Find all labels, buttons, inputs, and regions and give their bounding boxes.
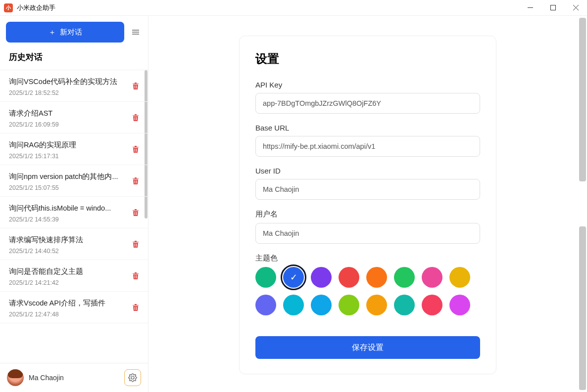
theme-color-grid: ✓ <box>255 267 473 315</box>
delete-history-button[interactable] <box>132 304 139 313</box>
history-item-time: 2025/1/2 16:09:59 <box>9 121 139 128</box>
history-item-time: 2025/1/2 18:52:52 <box>9 89 139 96</box>
minimize-icon <box>528 5 533 10</box>
history-item-title: 请求Vscode API介绍，写插件 <box>9 299 139 308</box>
svg-rect-11 <box>135 149 135 152</box>
settings-button[interactable] <box>124 369 141 386</box>
delete-history-button[interactable] <box>132 82 139 91</box>
theme-color-swatch[interactable] <box>339 267 359 288</box>
svg-rect-17 <box>135 244 135 247</box>
delete-history-button[interactable] <box>132 272 139 281</box>
history-item-title: 询问RAG的实现原理 <box>9 140 139 150</box>
history-header: 历史对话 <box>0 48 148 70</box>
theme-color-swatch[interactable] <box>394 295 415 315</box>
history-item-title: 请求编写快速排序算法 <box>9 235 139 245</box>
username-input[interactable] <box>255 223 480 244</box>
delete-history-button[interactable] <box>132 145 139 155</box>
theme-color-swatch[interactable] <box>311 267 332 288</box>
theme-color-swatch[interactable] <box>311 295 332 315</box>
svg-rect-7 <box>135 86 135 88</box>
trash-icon <box>132 145 139 153</box>
delete-history-button[interactable] <box>132 114 139 123</box>
svg-rect-21 <box>135 307 135 310</box>
theme-color-swatch[interactable] <box>422 267 442 288</box>
footer-username: Ma Chaojin <box>29 374 119 382</box>
api-key-label: API Key <box>255 81 480 89</box>
history-item[interactable]: 请求编写快速排序算法2025/1/2 14:40:52 <box>0 228 148 260</box>
save-settings-button[interactable]: 保存设置 <box>255 336 480 359</box>
scrollbar-thumb[interactable] <box>579 226 586 390</box>
history-item-title: 询问npm version patch的其他内... <box>9 172 139 181</box>
history-item-time: 2025/1/2 14:40:52 <box>9 248 139 255</box>
history-list[interactable]: 询问VSCode代码补全的实现方法2025/1/2 18:52:52请求介绍AS… <box>0 70 148 363</box>
theme-color-swatch[interactable] <box>394 267 415 288</box>
username-label: 用户名 <box>255 210 480 219</box>
theme-color-swatch[interactable] <box>366 267 387 288</box>
svg-rect-19 <box>135 275 135 278</box>
maximize-button[interactable] <box>541 0 564 16</box>
theme-color-swatch[interactable] <box>449 295 470 315</box>
history-item[interactable]: 询问VSCode代码补全的实现方法2025/1/2 18:52:52 <box>0 70 148 102</box>
history-item-title: 询问VSCode代码补全的实现方法 <box>9 77 139 87</box>
delete-history-button[interactable] <box>132 240 139 250</box>
sidebar: ＋ 新对话 历史对话 询问VSCode代码补全的实现方法2025/1/2 18:… <box>0 16 148 392</box>
gear-icon <box>128 373 137 382</box>
close-icon <box>573 5 579 10</box>
theme-color-swatch[interactable] <box>366 295 387 315</box>
theme-color-swatch[interactable] <box>255 295 276 315</box>
history-item-title: 询问是否能自定义主题 <box>9 267 139 276</box>
titlebar: 小 小米政企助手 <box>0 0 587 16</box>
history-item[interactable]: 询问代码this.isMobile = windo...2025/1/2 14:… <box>0 197 148 228</box>
history-item-title: 请求介绍AST <box>9 109 139 118</box>
user-id-input[interactable] <box>255 179 480 200</box>
svg-rect-9 <box>135 117 135 120</box>
window-title: 小米政企助手 <box>17 3 519 12</box>
history-item[interactable]: 询问是否能自定义主题2025/1/2 14:21:42 <box>0 260 148 292</box>
history-item[interactable]: 询问RAG的实现原理2025/1/2 15:17:31 <box>0 133 148 165</box>
svg-rect-14 <box>136 180 137 183</box>
svg-rect-10 <box>136 117 137 120</box>
history-item[interactable]: 请求介绍AST2025/1/2 16:09:59 <box>0 102 148 133</box>
theme-color-swatch[interactable] <box>449 267 470 288</box>
main-area: 设置 API Key Base URL User ID 用户名 主题色 ✓ <box>148 16 587 392</box>
base-url-input[interactable] <box>255 136 480 157</box>
history-item[interactable]: 询问npm version patch的其他内...2025/1/2 15:07… <box>0 165 148 197</box>
trash-icon <box>132 82 139 90</box>
base-url-label: Base URL <box>255 124 480 132</box>
sidebar-collapse-button[interactable] <box>129 26 142 39</box>
svg-rect-15 <box>135 212 135 215</box>
history-item-time: 2025/1/2 12:47:48 <box>9 311 139 318</box>
history-item-time: 2025/1/2 15:17:31 <box>9 153 139 160</box>
trash-icon <box>132 209 139 217</box>
main-scrollbar[interactable] <box>579 18 586 390</box>
theme-color-swatch[interactable]: ✓ <box>283 267 304 288</box>
app-icon: 小 <box>4 3 13 12</box>
svg-rect-22 <box>136 307 137 310</box>
user-id-label: User ID <box>255 167 480 175</box>
theme-color-swatch[interactable] <box>283 295 304 315</box>
theme-color-swatch[interactable] <box>339 295 359 315</box>
svg-rect-12 <box>136 149 137 152</box>
check-icon: ✓ <box>290 272 297 283</box>
delete-history-button[interactable] <box>132 177 139 186</box>
close-button[interactable] <box>564 0 587 16</box>
history-item-time: 2025/1/2 14:55:39 <box>9 216 139 223</box>
svg-rect-18 <box>136 244 137 247</box>
delete-history-button[interactable] <box>132 209 139 218</box>
theme-color-label: 主题色 <box>255 254 480 263</box>
trash-icon <box>132 272 139 280</box>
new-chat-button[interactable]: ＋ 新对话 <box>6 22 124 43</box>
history-item[interactable]: 请求Vscode API介绍，写插件2025/1/2 12:47:48 <box>0 292 148 323</box>
theme-color-swatch[interactable] <box>422 295 442 315</box>
scrollbar-thumb[interactable] <box>579 18 586 181</box>
new-chat-label: 新对话 <box>60 28 82 37</box>
theme-color-swatch[interactable] <box>255 267 276 288</box>
minimize-button[interactable] <box>519 0 541 16</box>
history-item-time: 2025/1/2 15:07:55 <box>9 184 139 191</box>
svg-rect-16 <box>136 212 137 215</box>
window-controls <box>519 0 587 16</box>
plus-icon: ＋ <box>49 28 56 37</box>
history-item-time: 2025/1/2 14:21:42 <box>9 279 139 286</box>
settings-title: 设置 <box>255 51 480 67</box>
api-key-input[interactable] <box>255 93 480 114</box>
